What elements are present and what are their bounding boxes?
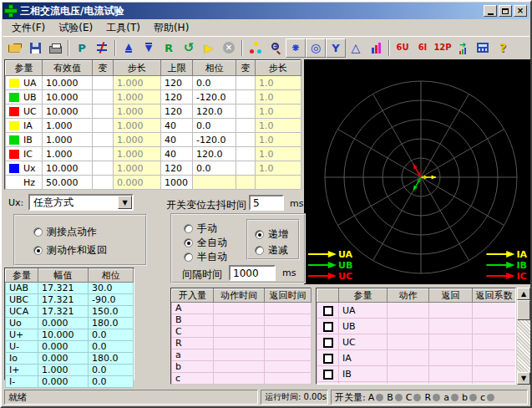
print-button[interactable] <box>45 38 65 58</box>
six-current-button[interactable]: 6I <box>413 38 433 58</box>
help-button[interactable]: ? <box>493 38 513 58</box>
row-checkbox[interactable] <box>323 370 333 380</box>
change-cell[interactable] <box>93 76 114 90</box>
ux-mode-dropdown[interactable]: 任意方式 ▼ <box>28 194 134 211</box>
phase-value-cell[interactable]: 0.0 <box>193 161 236 176</box>
dropdown-button[interactable]: ▼ <box>118 196 132 209</box>
row-checkbox[interactable] <box>323 306 333 316</box>
step-down-button[interactable]: ▼ <box>139 38 159 58</box>
phase-change-cell[interactable] <box>236 105 256 119</box>
radio-increment[interactable]: 递增 <box>255 227 288 242</box>
limit-cell[interactable]: 120 <box>161 90 193 105</box>
phase-change-cell[interactable] <box>236 176 256 190</box>
phase-change-cell[interactable] <box>236 76 256 90</box>
phase-value-cell[interactable]: -120.0 <box>193 133 236 147</box>
phase-step-cell[interactable]: 1.0 <box>256 119 301 133</box>
stop-test-button[interactable]: × <box>219 38 239 58</box>
zoom-button[interactable]: + <box>266 38 286 58</box>
step-cell[interactable]: 0.000 <box>114 176 161 190</box>
change-cell[interactable] <box>93 147 114 161</box>
change-cell[interactable] <box>93 176 114 190</box>
step-cell[interactable]: 1.000 <box>114 105 161 119</box>
limit-cell[interactable]: 120 <box>161 76 193 90</box>
radio-contact-action[interactable]: 测接点动作 <box>33 225 97 239</box>
radio-decrement[interactable]: 递减 <box>255 243 288 258</box>
step-up-button[interactable]: ▲ <box>119 38 139 58</box>
menu-item[interactable]: 试验(E) <box>53 20 98 36</box>
scroll-up-button[interactable]: ▲ <box>517 288 530 300</box>
phase-step-cell[interactable]: 1.0 <box>256 90 301 105</box>
limit-cell[interactable]: 40 <box>161 133 193 147</box>
step-cell[interactable]: 1.000 <box>114 147 161 161</box>
circle-scan-button[interactable]: ◎ <box>306 38 326 58</box>
parameter-setting-button[interactable]: P <box>72 38 92 58</box>
phase-step-cell[interactable] <box>256 176 301 190</box>
calculator-button[interactable] <box>473 38 493 58</box>
phase-change-cell[interactable] <box>236 90 256 105</box>
vertical-scrollbar[interactable]: ▲ ▼ <box>517 288 530 385</box>
row-checkbox[interactable] <box>323 354 333 364</box>
phase-change-cell[interactable] <box>236 119 256 133</box>
step-cell[interactable]: 1.000 <box>114 161 161 176</box>
rms-value-cell[interactable]: 10.000 <box>43 76 93 90</box>
reset-button[interactable]: R <box>159 38 179 58</box>
phase-value-cell[interactable]: -120.0 <box>193 90 236 105</box>
six-voltage-button[interactable]: 6U <box>393 38 413 58</box>
radio-semi-auto[interactable]: 半自动 <box>184 250 227 264</box>
rms-value-cell[interactable]: 1.000 <box>43 119 93 133</box>
rms-value-cell[interactable]: 10.000 <box>43 90 93 105</box>
step-cell[interactable]: 1.000 <box>114 133 161 147</box>
limit-cell[interactable]: 1000 <box>161 176 193 190</box>
radio-manual[interactable]: 手动 <box>184 222 217 236</box>
limit-cell[interactable]: 40 <box>161 119 193 133</box>
phase-value-cell[interactable]: 0.0 <box>193 76 236 90</box>
menu-item[interactable]: 文件(F) <box>7 20 50 36</box>
rms-value-cell[interactable]: 50.000 <box>43 176 93 190</box>
interval-input[interactable] <box>229 265 276 281</box>
phase-value-cell[interactable]: 120.0 <box>193 147 236 161</box>
phase-step-cell[interactable]: 1.0 <box>256 105 301 119</box>
wiring-diagram-button[interactable] <box>246 38 266 58</box>
short-circuit-button[interactable] <box>92 38 112 58</box>
phase-change-cell[interactable] <box>236 147 256 161</box>
phase-change-cell[interactable] <box>236 161 256 176</box>
radio-full-auto[interactable]: 全自动 <box>184 236 227 250</box>
start-test-button[interactable]: ▶ <box>199 38 219 58</box>
polar-grid-button[interactable]: ++ <box>286 38 306 58</box>
save-button[interactable] <box>25 38 45 58</box>
undo-button[interactable]: ↺ <box>179 38 199 58</box>
rms-value-cell[interactable]: 10.000 <box>43 161 93 176</box>
step-cell[interactable]: 1.000 <box>114 119 161 133</box>
scroll-down-button[interactable]: ▼ <box>517 372 530 385</box>
change-cell[interactable] <box>93 161 114 176</box>
phase-step-cell[interactable]: 1.0 <box>256 76 301 90</box>
change-cell[interactable] <box>93 133 114 147</box>
phase-value-cell[interactable]: 120.0 <box>193 105 236 119</box>
change-cell[interactable] <box>93 119 114 133</box>
phase-value-cell[interactable] <box>193 176 236 190</box>
open-file-button[interactable] <box>5 38 25 58</box>
row-checkbox[interactable] <box>323 322 333 332</box>
scrollbar-thumb[interactable] <box>517 300 530 320</box>
maximize-button[interactable] <box>499 5 512 17</box>
output-monitor-button[interactable]: ➜ <box>453 38 473 58</box>
limit-cell[interactable]: 120 <box>161 161 193 176</box>
wye-connection-button[interactable]: Y <box>326 38 346 58</box>
change-cell[interactable] <box>93 90 114 105</box>
limit-cell[interactable]: 120 <box>161 105 193 119</box>
radio-action-and-return[interactable]: 测动作和返回 <box>33 243 107 258</box>
rms-value-cell[interactable]: 10.000 <box>43 105 93 119</box>
rms-value-cell[interactable]: 1.000 <box>43 133 93 147</box>
menu-item[interactable]: 帮助(H) <box>149 20 194 36</box>
rms-value-cell[interactable]: 1.000 <box>43 147 93 161</box>
change-cell[interactable] <box>93 105 114 119</box>
limit-cell[interactable]: 40 <box>161 147 193 161</box>
debounce-input[interactable] <box>249 195 284 211</box>
phase-step-cell[interactable]: 1.0 <box>256 161 301 176</box>
phase-step-cell[interactable]: 1.0 <box>256 147 301 161</box>
harmonic-bars-button[interactable] <box>366 38 386 58</box>
row-checkbox[interactable] <box>323 338 333 348</box>
step-cell[interactable]: 1.000 <box>114 76 161 90</box>
phase-change-cell[interactable] <box>236 133 256 147</box>
step-cell[interactable]: 1.000 <box>114 90 161 105</box>
